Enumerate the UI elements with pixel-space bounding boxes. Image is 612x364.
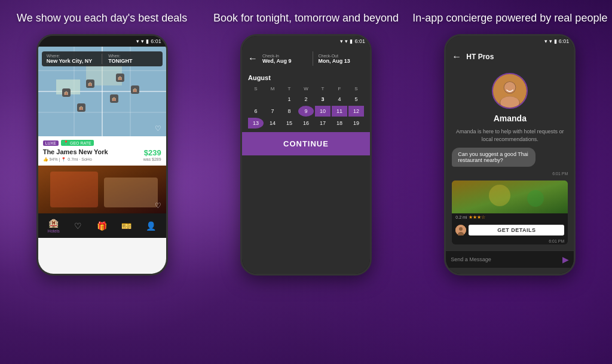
cal-day-1[interactable]: 1	[281, 94, 297, 105]
search-bar[interactable]: Where: New York City, NY When: TONIGHT	[42, 51, 163, 66]
checkout-block: Check-Out Mon, Aug 13	[318, 54, 364, 64]
profile-icon: 👤	[146, 221, 156, 231]
concierge-screen-title: HT Pros	[466, 53, 494, 61]
concierge-name: Amanda	[494, 114, 527, 123]
cal-day-6[interactable]: 6	[248, 106, 264, 117]
nav-tickets[interactable]: 🎫	[121, 221, 131, 231]
main-container: We show you each day's best deals ▾ ▾ ▮ …	[0, 0, 612, 364]
avatar-svg	[493, 73, 527, 109]
nav-favorites[interactable]: ♡	[74, 221, 82, 231]
cal-grid: S M T W T F S 1 2 3 4 5	[248, 85, 364, 129]
back-arrow-icon-3[interactable]: ←	[452, 51, 461, 62]
status-bar-2: ▾ ▾ ▮ 6:01	[242, 36, 370, 47]
phone-3-content: ← HT Pros	[446, 47, 574, 274]
map-pin-6: 🏨	[116, 74, 124, 82]
nav-profile[interactable]: 👤	[146, 221, 156, 231]
hotel-tags: LUXE 📍 GEO RATE	[43, 140, 161, 146]
card-time: 6:01 PM	[452, 238, 568, 244]
hotel-image-2: ♡	[38, 166, 166, 213]
concierge-body: Amanda Amanda is here to help with hotel…	[446, 67, 574, 250]
cal-day-17[interactable]: 17	[315, 118, 331, 129]
concierge-header: ← HT Pros	[446, 47, 574, 67]
status-bar-3: ▾ ▾ ▮ 6:01	[446, 36, 574, 47]
cal-day-16[interactable]: 16	[298, 118, 314, 129]
concierge-avatar-small	[455, 225, 466, 235]
cal-day-5[interactable]: 5	[348, 94, 364, 105]
cal-day-13[interactable]: 13	[248, 118, 264, 129]
favorites-icon: ♡	[74, 221, 82, 231]
hotels-icon: 🏨	[48, 218, 59, 228]
svg-rect-11	[104, 178, 158, 207]
cal-day-4[interactable]: 4	[332, 94, 347, 105]
panel-concierge: In-app concierge powered by real people …	[408, 0, 612, 364]
cal-day-12[interactable]: 12	[348, 106, 364, 117]
phone-3: ▾ ▾ ▮ 6:01 ← HT Pros	[444, 34, 576, 276]
ci-divider	[313, 51, 313, 66]
signal-icon-2: ▾	[345, 38, 348, 44]
restaurant-card: Lemongrass Bistro 0.2 mi ★★★☆	[452, 181, 568, 244]
restaurant-img-svg	[452, 181, 568, 213]
cal-header: ← Check-In Wed, Aug 9 Check-Out Mon, Aug…	[242, 47, 370, 71]
battery-icon: ▮	[146, 38, 149, 44]
continue-button[interactable]: CONTINUE	[242, 132, 370, 155]
day-header-s2: S	[348, 85, 364, 93]
when-label: When:	[108, 54, 158, 58]
phone-1-content: Where: New York City, NY When: TONIGHT 🏨…	[38, 47, 166, 274]
map-pin-1: 🏨	[62, 88, 71, 97]
send-bar: Send a Message ▶	[446, 250, 574, 268]
battery-icon-2: ▮	[350, 38, 353, 44]
nav-hotels[interactable]: 🏨 Hotels	[48, 218, 60, 233]
get-details-button[interactable]: GET DETAILS	[469, 225, 564, 235]
nav-hotels-label: Hotels	[48, 229, 60, 233]
wifi-icon-2: ▾	[340, 38, 343, 44]
status-bar-1: ▾ ▾ ▮ 6:01	[38, 36, 166, 47]
day-header-w: W	[298, 85, 314, 93]
send-button[interactable]: ▶	[562, 255, 569, 264]
map-pin-3: 🏨	[110, 94, 118, 103]
svg-point-18	[489, 185, 510, 206]
cal-day-11[interactable]: 11	[332, 106, 347, 117]
map-icon: 📍	[61, 157, 66, 161]
cal-day-10[interactable]: 10	[315, 106, 331, 117]
hotel-card-1: LUXE 📍 GEO RATE The James New York $239 …	[38, 136, 166, 166]
cal-day-9[interactable]: 9	[298, 106, 314, 117]
when-field: When: TONIGHT	[108, 54, 158, 64]
checkin-label: Check-In	[262, 54, 308, 58]
cal-day-15[interactable]: 15	[281, 118, 297, 129]
cal-day-19[interactable]: 19	[348, 118, 364, 129]
time-1: 6:01	[151, 38, 161, 44]
where-field: Where: New York City, NY	[47, 54, 96, 64]
phone-2-content: ← Check-In Wed, Aug 9 Check-Out Mon, Aug…	[242, 47, 370, 274]
panel-deals: We show you each day's best deals ▾ ▾ ▮ …	[0, 0, 204, 364]
cal-day-18[interactable]: 18	[332, 118, 347, 129]
back-arrow-icon[interactable]: ←	[248, 53, 258, 64]
cal-day-2[interactable]: 2	[298, 94, 314, 105]
hotel-rating-dist: 👍 94% | 📍 0.7mi · SoHo	[43, 157, 92, 162]
cal-day-14[interactable]: 14	[265, 118, 280, 129]
checkout-label: Check-Out	[318, 54, 364, 58]
phone-2: ▾ ▾ ▮ 6:01 ← Check-In Wed, Aug 9	[240, 34, 372, 276]
tag-geo: 📍 GEO RATE	[61, 140, 94, 146]
wifi-icon: ▾	[136, 38, 139, 44]
day-header-t2: T	[315, 85, 331, 93]
send-message-input[interactable]: Send a Message	[451, 256, 559, 262]
thumbs-icon: 👍	[43, 157, 48, 161]
search-divider	[102, 54, 102, 64]
svg-rect-10	[50, 172, 98, 207]
map-pin-4: 🏨	[131, 85, 139, 94]
hotel-2-heart-icon[interactable]: ♡	[155, 201, 161, 210]
restaurant-image: Lemongrass Bistro	[452, 181, 568, 213]
cal-day-7[interactable]: 7	[265, 106, 280, 117]
cal-day-3[interactable]: 3	[315, 94, 331, 105]
cal-empty-2	[265, 94, 280, 105]
map-heart-icon[interactable]: ♡	[155, 124, 161, 133]
hotel-name: The James New York	[43, 148, 108, 155]
nav-gifts[interactable]: 🎁	[97, 221, 107, 231]
cal-body: August S M T W T F S 1 2 3	[242, 71, 370, 132]
hotel-meta: 👍 94% | 📍 0.7mi · SoHo was $289	[43, 157, 161, 162]
panel-2-title: Book for tonight, tomorrow and beyond	[213, 11, 399, 26]
phone-1: ▾ ▾ ▮ 6:01	[36, 34, 168, 276]
restaurant-rating-row: 0.2 mi ★★★☆	[452, 213, 568, 222]
cal-day-8[interactable]: 8	[281, 106, 297, 117]
hotel-name-row: The James New York $239	[43, 148, 161, 157]
